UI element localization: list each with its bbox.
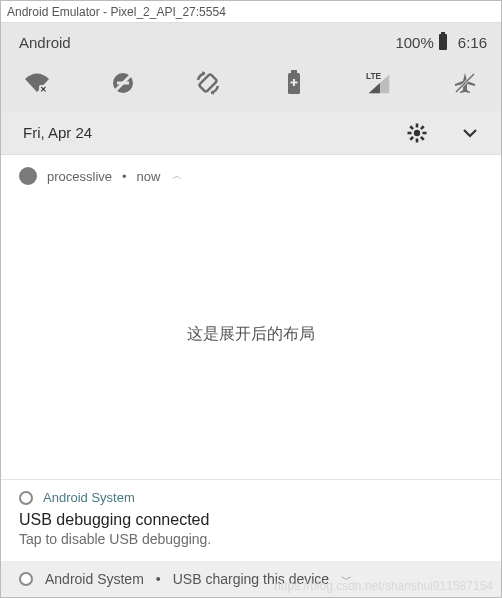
- svg-rect-23: [423, 131, 427, 134]
- svg-rect-25: [409, 135, 414, 140]
- status-bar: Android 100% 6:16: [1, 23, 501, 61]
- dnd-off-icon[interactable]: [109, 69, 137, 97]
- notification-header: Android System: [19, 490, 483, 505]
- date-row: Fri, Apr 24: [1, 111, 501, 155]
- notification-usb-charging[interactable]: Android System • USB charging this devic…: [1, 561, 501, 597]
- svg-rect-20: [416, 123, 419, 127]
- svg-rect-0: [439, 34, 447, 50]
- notification-shade-header: Android 100% 6:16 ✕: [1, 23, 501, 111]
- chevron-down-icon[interactable]: ﹀: [341, 572, 352, 587]
- notification-usb-debug[interactable]: Android System USB debugging connected T…: [1, 479, 501, 561]
- battery-percentage: 100%: [395, 34, 433, 51]
- notification-source: Android System: [43, 490, 135, 505]
- notification-time: now: [137, 169, 161, 184]
- svg-rect-24: [420, 125, 425, 130]
- expanded-content-text: 这是展开后的布局: [187, 324, 315, 345]
- svg-rect-13: [290, 82, 297, 84]
- app-name: processlive: [47, 169, 112, 184]
- app-icon: [19, 167, 37, 185]
- wifi-off-icon[interactable]: ✕: [23, 69, 51, 97]
- system-icon: [19, 491, 33, 505]
- svg-rect-1: [441, 32, 445, 35]
- notification-source: Android System: [45, 571, 144, 587]
- chevron-down-icon[interactable]: [461, 124, 479, 142]
- svg-rect-27: [420, 135, 425, 140]
- svg-rect-7: [199, 74, 217, 92]
- battery-tile-icon[interactable]: [280, 69, 308, 97]
- clock: 6:16: [458, 34, 487, 51]
- emulator-window: Android Emulator - Pixel_2_API_27:5554 A…: [0, 0, 502, 598]
- notification-summary: USB charging this device: [173, 571, 329, 587]
- notification-title: USB debugging connected: [19, 511, 483, 529]
- bullet: •: [156, 571, 161, 587]
- svg-rect-26: [409, 125, 414, 130]
- notification-body: 这是展开后的布局: [1, 189, 501, 479]
- svg-rect-11: [291, 70, 297, 74]
- system-icon: [19, 572, 33, 586]
- svg-text:LTE: LTE: [366, 71, 382, 81]
- notification-subtitle: Tap to disable USB debugging.: [19, 531, 483, 547]
- airplane-off-icon[interactable]: [451, 69, 479, 97]
- svg-point-19: [414, 129, 420, 135]
- date-label: Fri, Apr 24: [23, 124, 92, 141]
- window-titlebar[interactable]: Android Emulator - Pixel_2_API_27:5554: [1, 1, 501, 23]
- chevron-up-icon[interactable]: ︿: [172, 169, 182, 183]
- notification-header: processlive • now ︿: [1, 155, 501, 189]
- status-right-cluster: 100% 6:16: [395, 32, 487, 52]
- quick-settings-row: ✕ LTE: [1, 61, 501, 111]
- notification-list: processlive • now ︿ 这是展开后的布局 Android Sys…: [1, 155, 501, 597]
- battery-icon: [436, 32, 450, 52]
- bullet: •: [122, 169, 127, 184]
- svg-rect-21: [416, 138, 419, 142]
- svg-text:✕: ✕: [40, 85, 47, 94]
- device-screen: Android 100% 6:16 ✕: [1, 23, 501, 597]
- auto-rotate-icon[interactable]: [194, 69, 222, 97]
- svg-marker-16: [369, 83, 380, 93]
- carrier-label: Android: [19, 34, 71, 51]
- settings-gear-icon[interactable]: [407, 123, 427, 143]
- notification-expanded[interactable]: processlive • now ︿ 这是展开后的布局: [1, 155, 501, 479]
- window-title: Android Emulator - Pixel_2_API_27:5554: [7, 5, 226, 19]
- lte-signal-icon[interactable]: LTE: [365, 69, 393, 97]
- svg-rect-22: [408, 131, 412, 134]
